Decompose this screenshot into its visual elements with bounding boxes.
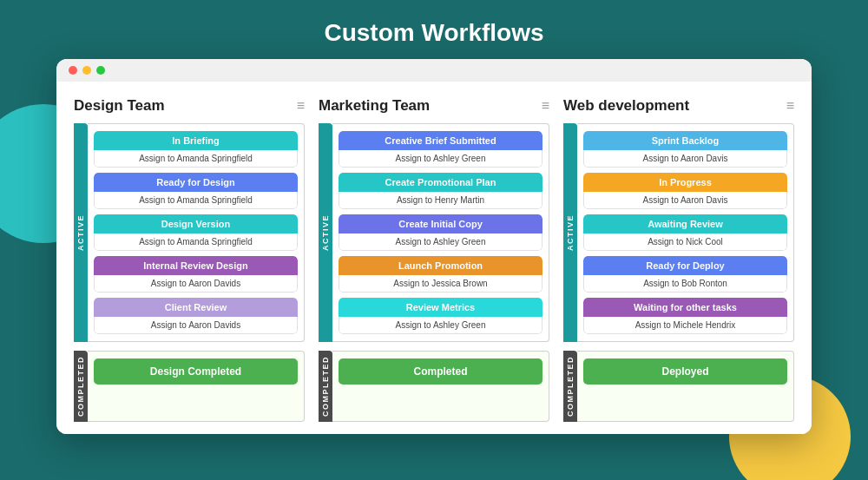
active-section-web-development: ACTIVESprint BacklogAssign to Aaron Davi… bbox=[563, 123, 794, 342]
task-card[interactable]: In ProgressAssign to Aaron Davis bbox=[583, 173, 787, 209]
task-card[interactable]: Ready for DeployAssign to Bob Ronton bbox=[583, 256, 787, 293]
task-assignee: Assign to Ashley Green bbox=[339, 317, 542, 334]
column-header-web-development: Web development≡ bbox=[563, 97, 794, 115]
task-assignee: Assign to Aaron Davis bbox=[583, 150, 787, 168]
completed-section-marketing-team: COMPLETEDCompleted bbox=[319, 351, 549, 422]
column-web-development: Web development≡ACTIVESprint BacklogAssi… bbox=[563, 97, 794, 422]
task-card[interactable]: Internal Review DesignAssign to Aaron Da… bbox=[94, 256, 298, 293]
task-card[interactable]: In BriefingAssign to Amanda Springfield bbox=[94, 131, 298, 168]
column-title-web-development: Web development bbox=[563, 97, 689, 115]
tasks-list-web-development: Sprint BacklogAssign to Aaron DavisIn Pr… bbox=[577, 123, 794, 342]
completed-content-marketing-team: Completed bbox=[332, 351, 549, 422]
task-assignee: Assign to Amanda Springfield bbox=[94, 192, 298, 209]
task-assignee: Assign to Amanda Springfield bbox=[94, 233, 298, 251]
column-menu-icon-web-development[interactable]: ≡ bbox=[786, 98, 794, 114]
column-title-design-team: Design Team bbox=[74, 97, 165, 115]
completed-section-web-development: COMPLETEDDeployed bbox=[563, 351, 794, 422]
column-header-marketing-team: Marketing Team≡ bbox=[319, 97, 549, 115]
column-menu-icon-design-team[interactable]: ≡ bbox=[297, 98, 305, 114]
task-assignee: Assign to Henry Martin bbox=[339, 192, 542, 209]
task-assignee: Assign to Amanda Springfield bbox=[94, 150, 298, 168]
task-label: Waiting for other tasks bbox=[583, 298, 787, 317]
task-label: In Briefing bbox=[94, 131, 298, 150]
browser-bar bbox=[56, 59, 812, 82]
tasks-list-marketing-team: Creative Brief SubmittedAssign to Ashley… bbox=[332, 123, 549, 342]
browser-content: Design Team≡ACTIVEIn BriefingAssign to A… bbox=[56, 82, 812, 434]
task-label: Create Initial Copy bbox=[339, 214, 542, 233]
page-title: Custom Workflows bbox=[0, 0, 868, 59]
task-card[interactable]: Awaiting ReviewAssign to Nick Cool bbox=[583, 214, 787, 251]
browser-dot-green[interactable] bbox=[96, 66, 105, 75]
task-label: Design Version bbox=[94, 214, 298, 233]
browser-dot-yellow[interactable] bbox=[82, 66, 91, 75]
task-label: Launch Promotion bbox=[339, 256, 542, 275]
completed-section-design-team: COMPLETEDDesign Completed bbox=[74, 351, 305, 422]
tasks-list-design-team: In BriefingAssign to Amanda SpringfieldR… bbox=[88, 123, 305, 342]
task-assignee: Assign to Ashley Green bbox=[339, 150, 542, 168]
active-label-web-development: ACTIVE bbox=[563, 123, 577, 342]
task-label: Create Promotional Plan bbox=[339, 173, 542, 192]
browser-window: Design Team≡ACTIVEIn BriefingAssign to A… bbox=[56, 59, 812, 434]
completed-label-marketing-team: COMPLETED bbox=[319, 351, 332, 422]
task-card[interactable]: Create Initial CopyAssign to Ashley Gree… bbox=[339, 214, 542, 251]
task-card[interactable]: Ready for DesignAssign to Amanda Springf… bbox=[94, 173, 298, 209]
task-label: Sprint Backlog bbox=[583, 131, 787, 150]
task-label: Ready for Design bbox=[94, 173, 298, 192]
task-card[interactable]: Create Promotional PlanAssign to Henry M… bbox=[339, 173, 542, 209]
active-label-marketing-team: ACTIVE bbox=[319, 123, 332, 342]
completed-label-design-team: COMPLETED bbox=[74, 351, 88, 422]
task-label: In Progress bbox=[583, 173, 787, 192]
columns-wrapper: Design Team≡ACTIVEIn BriefingAssign to A… bbox=[74, 97, 794, 422]
task-assignee: Assign to Aaron Davids bbox=[94, 275, 298, 293]
task-assignee: Assign to Ashley Green bbox=[339, 233, 542, 251]
column-menu-icon-marketing-team[interactable]: ≡ bbox=[542, 98, 549, 114]
task-card[interactable]: Waiting for other tasksAssign to Michele… bbox=[583, 298, 787, 334]
completed-content-web-development: Deployed bbox=[577, 351, 794, 422]
task-label: Internal Review Design bbox=[94, 256, 298, 275]
task-label: Awaiting Review bbox=[583, 214, 787, 233]
task-assignee: Assign to Michele Hendrix bbox=[583, 317, 787, 334]
task-card[interactable]: Design VersionAssign to Amanda Springfie… bbox=[94, 214, 298, 251]
active-section-marketing-team: ACTIVECreative Brief SubmittedAssign to … bbox=[319, 123, 549, 342]
task-label: Ready for Deploy bbox=[583, 256, 787, 275]
task-label: Creative Brief Submitted bbox=[339, 131, 542, 150]
task-card[interactable]: Creative Brief SubmittedAssign to Ashley… bbox=[339, 131, 542, 168]
column-title-marketing-team: Marketing Team bbox=[319, 97, 430, 115]
completed-btn-design-team[interactable]: Design Completed bbox=[94, 358, 298, 385]
column-header-design-team: Design Team≡ bbox=[74, 97, 305, 115]
task-card[interactable]: Client ReviewAssign to Aaron Davids bbox=[94, 298, 298, 334]
task-label: Review Metrics bbox=[339, 298, 542, 317]
browser-dot-red[interactable] bbox=[69, 66, 77, 75]
task-card[interactable]: Review MetricsAssign to Ashley Green bbox=[339, 298, 542, 334]
completed-btn-web-development[interactable]: Deployed bbox=[583, 358, 787, 385]
task-card[interactable]: Sprint BacklogAssign to Aaron Davis bbox=[583, 131, 787, 168]
column-design-team: Design Team≡ACTIVEIn BriefingAssign to A… bbox=[74, 97, 305, 422]
completed-label-web-development: COMPLETED bbox=[563, 351, 577, 422]
task-assignee: Assign to Aaron Davis bbox=[583, 192, 787, 209]
task-card[interactable]: Launch PromotionAssign to Jessica Brown bbox=[339, 256, 542, 293]
task-assignee: Assign to Nick Cool bbox=[583, 233, 787, 251]
task-assignee: Assign to Aaron Davids bbox=[94, 317, 298, 334]
completed-content-design-team: Design Completed bbox=[88, 351, 305, 422]
task-assignee: Assign to Jessica Brown bbox=[339, 275, 542, 293]
task-label: Client Review bbox=[94, 298, 298, 317]
active-label-design-team: ACTIVE bbox=[74, 123, 88, 342]
active-section-design-team: ACTIVEIn BriefingAssign to Amanda Spring… bbox=[74, 123, 305, 342]
column-marketing-team: Marketing Team≡ACTIVECreative Brief Subm… bbox=[319, 97, 549, 422]
task-assignee: Assign to Bob Ronton bbox=[583, 275, 787, 293]
completed-btn-marketing-team[interactable]: Completed bbox=[339, 358, 542, 385]
